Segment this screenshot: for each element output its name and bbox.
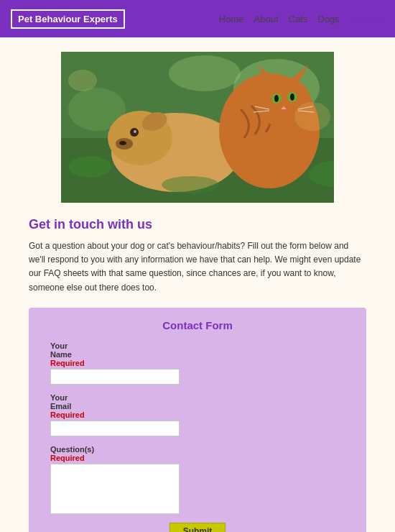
hero-image [61, 52, 334, 203]
header: Pet Behaviour Experts Home About Cats Do… [0, 0, 395, 37]
hero-svg [61, 52, 334, 203]
question-required: Required [50, 454, 345, 462]
name-input[interactable] [50, 369, 180, 385]
logo: Pet Behaviour Experts [11, 9, 125, 29]
nav-cats[interactable]: Cats [289, 14, 308, 24]
name-label-your: Your [50, 341, 345, 350]
svg-point-19 [290, 93, 294, 101]
question-field-group: Question(s) Required [50, 445, 345, 514]
nav-about[interactable]: About [254, 14, 279, 24]
submit-button[interactable]: Submit [169, 523, 226, 532]
section-title: Get in touch with us [29, 217, 366, 232]
name-field-group: Your Name Required [50, 341, 345, 385]
form-title: Contact Form [50, 319, 345, 331]
email-label-group: Your Email Required [50, 393, 345, 419]
question-label: Question(s) [50, 445, 345, 454]
email-required: Required [50, 411, 345, 419]
svg-point-27 [162, 176, 219, 193]
name-required: Required [50, 359, 345, 367]
svg-point-25 [68, 156, 111, 178]
svg-point-8 [119, 141, 126, 145]
svg-point-29 [68, 70, 97, 91]
svg-point-4 [169, 55, 241, 91]
main-content: Get in touch with us Got a question abou… [0, 203, 395, 532]
svg-point-28 [294, 102, 330, 131]
svg-point-17 [274, 95, 279, 102]
name-label-group: Your Name Required [50, 341, 345, 367]
email-input[interactable] [50, 421, 180, 436]
nav: Home About Cats Dogs Contact [219, 14, 384, 24]
question-textarea[interactable] [50, 464, 180, 514]
name-label-name: Name [50, 350, 345, 359]
intro-text: Got a question about your dog or cat's b… [29, 239, 366, 295]
contact-form-box: Contact Form Your Name Required Your Ema… [29, 308, 366, 532]
nav-dogs[interactable]: Dogs [317, 14, 339, 24]
svg-point-10 [134, 130, 136, 133]
nav-home[interactable]: Home [219, 14, 244, 24]
email-field-group: Your Email Required [50, 393, 345, 436]
question-label-group: Question(s) Required [50, 445, 345, 462]
nav-contact[interactable]: Contact [350, 14, 384, 24]
email-label-your: Your [50, 393, 345, 402]
email-label-email: Email [50, 402, 345, 411]
